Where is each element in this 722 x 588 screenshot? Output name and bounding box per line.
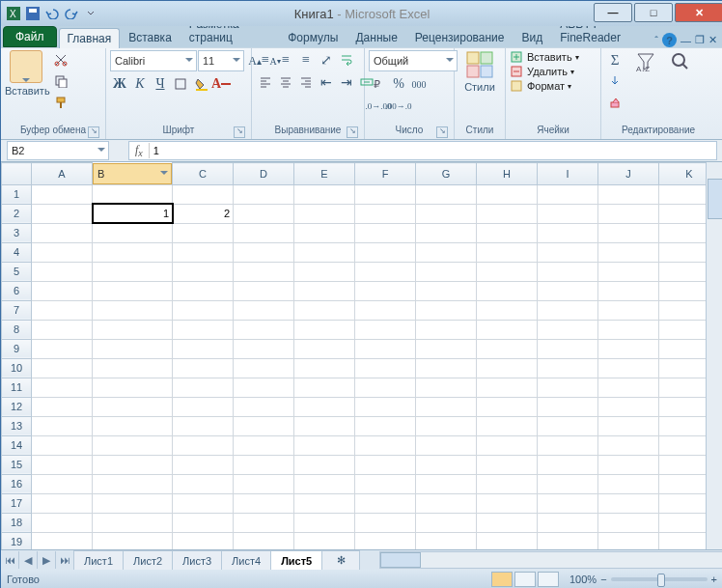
vertical-scrollbar[interactable] — [706, 162, 722, 549]
cell-I16[interactable] — [538, 474, 598, 493]
cell-A12[interactable] — [32, 397, 93, 416]
cell-J8[interactable] — [598, 320, 659, 339]
cell-H7[interactable] — [477, 300, 538, 320]
cell-B10[interactable] — [93, 358, 173, 378]
cell-A11[interactable] — [32, 378, 93, 397]
cell-D12[interactable] — [234, 397, 294, 416]
col-header-G[interactable]: G — [416, 163, 477, 185]
cell-F3[interactable] — [355, 223, 416, 242]
cell-C5[interactable] — [173, 262, 234, 281]
cell-D19[interactable] — [234, 532, 294, 549]
zoom-in-button[interactable]: + — [711, 574, 717, 585]
cell-C19[interactable] — [173, 532, 234, 549]
cell-A18[interactable] — [32, 513, 93, 532]
cell-A7[interactable] — [32, 300, 93, 320]
cell-G17[interactable] — [416, 493, 477, 513]
cell-G16[interactable] — [416, 474, 477, 493]
cell-D9[interactable] — [234, 339, 294, 358]
cell-B2[interactable]: 1 — [93, 204, 173, 223]
cell-E4[interactable] — [294, 242, 355, 262]
cell-G9[interactable] — [416, 339, 477, 358]
cell-G2[interactable] — [416, 204, 477, 223]
cells-format-button[interactable]: Формат▾ — [510, 79, 571, 93]
cell-F18[interactable] — [355, 513, 416, 532]
cell-H3[interactable] — [477, 223, 538, 242]
cell-E14[interactable] — [294, 435, 355, 455]
inc-indent-icon[interactable]: ⇥ — [337, 72, 356, 92]
cell-F17[interactable] — [355, 493, 416, 513]
cell-E15[interactable] — [294, 455, 355, 474]
cell-H6[interactable] — [477, 281, 538, 300]
cell-C6[interactable] — [173, 281, 234, 300]
cell-E1[interactable] — [294, 184, 355, 204]
cell-D14[interactable] — [234, 435, 294, 455]
sheet-nav-last-icon[interactable]: ⏭ — [56, 551, 74, 569]
row-header-8[interactable]: 8 — [2, 320, 32, 339]
cell-J13[interactable] — [598, 416, 659, 435]
cell-J3[interactable] — [598, 223, 659, 242]
row-header-1[interactable]: 1 — [2, 184, 32, 204]
cell-J12[interactable] — [598, 397, 659, 416]
row-header-6[interactable]: 6 — [2, 281, 32, 300]
number-format-select[interactable]: Общий — [369, 50, 458, 71]
cell-C15[interactable] — [173, 455, 234, 474]
col-header-B[interactable]: B — [93, 163, 172, 184]
fill-icon[interactable] — [605, 71, 625, 91]
fx-icon[interactable]: fx — [129, 143, 150, 158]
cell-D6[interactable] — [234, 281, 294, 300]
cell-C18[interactable] — [173, 513, 234, 532]
col-header-I[interactable]: I — [538, 163, 598, 185]
cell-I19[interactable] — [538, 532, 598, 549]
cell-G8[interactable] — [416, 320, 477, 339]
cell-B17[interactable] — [93, 493, 173, 513]
cells-insert-button[interactable]: Вставить▾ — [510, 50, 579, 64]
number-dialog-icon[interactable]: ↘ — [436, 126, 448, 138]
row-header-4[interactable]: 4 — [2, 242, 32, 262]
cell-F12[interactable] — [355, 397, 416, 416]
cell-F15[interactable] — [355, 455, 416, 474]
cell-G14[interactable] — [416, 435, 477, 455]
row-header-18[interactable]: 18 — [2, 513, 32, 532]
cell-C3[interactable] — [173, 223, 234, 242]
cell-H4[interactable] — [477, 242, 538, 262]
cell-C2[interactable]: 2 — [173, 204, 234, 223]
cell-I12[interactable] — [538, 397, 598, 416]
cell-B16[interactable] — [93, 474, 173, 493]
row-header-13[interactable]: 13 — [2, 416, 32, 435]
cell-I7[interactable] — [538, 300, 598, 320]
cell-I6[interactable] — [538, 281, 598, 300]
redo-icon[interactable] — [63, 5, 80, 22]
sheet-nav-prev-icon[interactable]: ◀ — [19, 551, 38, 569]
cell-E12[interactable] — [294, 397, 355, 416]
cell-G18[interactable] — [416, 513, 477, 532]
cell-D17[interactable] — [234, 493, 294, 513]
cell-G11[interactable] — [416, 378, 477, 397]
cell-H17[interactable] — [477, 493, 538, 513]
row-header-17[interactable]: 17 — [2, 493, 32, 513]
tab-review[interactable]: Рецензирование — [406, 27, 514, 47]
cell-B9[interactable] — [93, 339, 173, 358]
wb-minimize-icon[interactable]: — — [680, 35, 691, 46]
sheet-tab-Лист5[interactable]: Лист5 — [270, 550, 322, 571]
cell-J17[interactable] — [598, 493, 659, 513]
cell-H2[interactable] — [477, 204, 538, 223]
cell-F1[interactable] — [355, 184, 416, 204]
cell-A5[interactable] — [32, 262, 93, 281]
sheet-nav-next-icon[interactable]: ▶ — [38, 551, 56, 569]
cell-F10[interactable] — [355, 358, 416, 378]
cell-J19[interactable] — [598, 532, 659, 549]
cell-H16[interactable] — [477, 474, 538, 493]
cell-A13[interactable] — [32, 416, 93, 435]
cell-A14[interactable] — [32, 435, 93, 455]
format-painter-icon[interactable] — [51, 93, 70, 112]
cell-G13[interactable] — [416, 416, 477, 435]
cell-I17[interactable] — [538, 493, 598, 513]
cell-E2[interactable] — [294, 204, 355, 223]
cell-H9[interactable] — [477, 339, 538, 358]
cell-E17[interactable] — [294, 493, 355, 513]
cell-C10[interactable] — [173, 358, 234, 378]
cell-E13[interactable] — [294, 416, 355, 435]
row-header-16[interactable]: 16 — [2, 474, 32, 493]
cell-C17[interactable] — [173, 493, 234, 513]
cell-E6[interactable] — [294, 281, 355, 300]
